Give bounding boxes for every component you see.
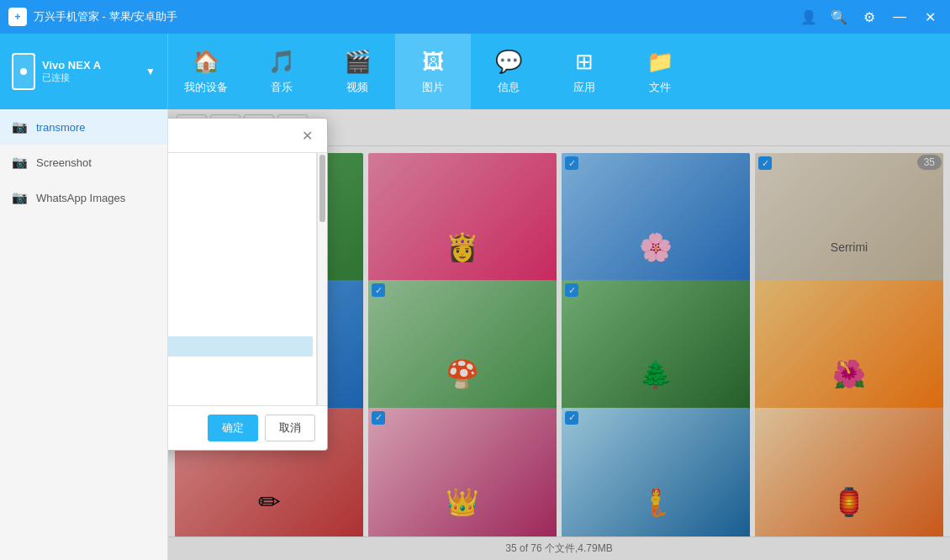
content-area: ⊞ ↑ 🗑 ↻ 35 🌳 👸 ✓ 🌸 ✓ Serrimi: [168, 109, 950, 560]
nav-item-music[interactable]: 🎵 音乐: [244, 34, 319, 109]
tree-item-pc[interactable]: ▼ 💻 此电脑: [168, 178, 313, 198]
nav-item-video[interactable]: 🎬 视频: [319, 34, 395, 109]
photos-icon: 🖼: [422, 49, 444, 75]
settings-button[interactable]: ⚙: [858, 5, 881, 29]
screenshot-icon: 📷: [12, 155, 28, 170]
music-icon: 🎵: [268, 49, 295, 75]
tree-item-icloud[interactable]: ▶ 📁 iCloud 照片: [168, 296, 313, 316]
device-selector[interactable]: Vivo NEX A 已连接 ▼: [0, 34, 168, 109]
dialog-body: ▶ 👤 ws ▼ 💻 此电脑 ▶ 📦: [168, 153, 327, 405]
sidebar-item-whatsapp[interactable]: 📷 WhatsApp Images: [0, 180, 167, 215]
sidebar-item-whatsapp-label: WhatsApp Images: [36, 192, 125, 204]
nav-item-apps[interactable]: ⊞ 应用: [546, 34, 622, 109]
cancel-button[interactable]: 取消: [265, 415, 315, 441]
dialog-overlay: 浏览文件夹 ✕ ▶ 👤 ws ▼ 💻: [168, 109, 950, 560]
scrollbar-track[interactable]: [317, 153, 327, 405]
device-dropdown-arrow[interactable]: ▼: [145, 66, 156, 77]
browse-folder-dialog: 浏览文件夹 ✕ ▶ 👤 ws ▼ 💻: [168, 118, 328, 451]
tree-item-pics-sub[interactable]: ▶ 📁 图片: [168, 316, 313, 336]
tree-item-video[interactable]: ▶ 🎬 视频: [168, 256, 313, 276]
scrollbar-thumb[interactable]: [319, 155, 325, 222]
tree-item-docs[interactable]: ▶ 📄 文档: [168, 357, 313, 377]
main-layout: 📷 transmore 📷 Screenshot 📷 WhatsApp Imag…: [0, 109, 950, 560]
nav-item-my-device[interactable]: 🏠 我的设备: [168, 34, 244, 109]
sidebar-item-transmore-label: transmore: [36, 121, 86, 134]
search-button[interactable]: 🔍: [827, 5, 851, 29]
nav-item-files[interactable]: 📁 文件: [622, 34, 698, 109]
sidebar-item-screenshot-label: Screenshot: [36, 156, 92, 169]
tree-item-downloads[interactable]: ▶ ⬇ 下载: [168, 377, 313, 397]
nav-bar: Vivo NEX A 已连接 ▼ 🏠 我的设备 🎵 音乐 🎬 视频 🖼 图片 💬…: [0, 34, 950, 109]
minimize-button[interactable]: —: [888, 5, 911, 29]
my-device-icon: 🏠: [193, 49, 219, 75]
transmore-icon: 📷: [12, 119, 28, 135]
tree-item-music[interactable]: ▶ 🎵 音乐: [168, 397, 313, 405]
app-logo: +: [8, 8, 27, 26]
sidebar: 📷 transmore 📷 Screenshot 📷 WhatsApp Imag…: [0, 109, 168, 560]
tree-item-3d[interactable]: ▶ 📦 3D 对象: [168, 198, 313, 219]
messages-icon: 💬: [495, 49, 522, 75]
tree-item-album[interactable]: ▶ 📁 相册: [168, 336, 313, 357]
tree-item-pictures[interactable]: ▼ 🖼 图片: [168, 276, 313, 296]
nav-item-music-label: 音乐: [271, 80, 293, 95]
device-info: Vivo NEX A 已连接: [42, 59, 139, 84]
dialog-footer: 新建文件夹(M) 确定 取消: [168, 405, 327, 450]
device-status: 已连接: [42, 71, 139, 84]
tree-item-ws[interactable]: ▶ 👤 ws: [168, 160, 313, 178]
nav-item-files-label: 文件: [649, 80, 671, 95]
tree-item-iphone[interactable]: ▶ 📱 iPhone8 Plus: [168, 219, 313, 237]
nav-item-messages-label: 信息: [498, 80, 520, 95]
title-bar: + 万兴手机管家 - 苹果/安卓助手 👤 🔍 ⚙ — ✕: [0, 0, 950, 34]
video-icon: 🎬: [344, 49, 371, 75]
nav-item-photos-label: 图片: [422, 80, 444, 95]
dialog-close-button[interactable]: ✕: [298, 127, 315, 144]
nav-item-video-label: 视频: [346, 80, 368, 95]
nav-item-my-device-label: 我的设备: [184, 80, 228, 95]
user-button[interactable]: 👤: [797, 5, 821, 29]
sidebar-item-screenshot[interactable]: 📷 Screenshot: [0, 145, 167, 180]
nav-item-apps-label: 应用: [573, 80, 595, 95]
app-title: 万兴手机管家 - 苹果/安卓助手: [34, 9, 797, 24]
dialog-header: 浏览文件夹 ✕: [168, 119, 327, 153]
tree-panel: ▶ 👤 ws ▼ 💻 此电脑 ▶ 📦: [168, 153, 317, 405]
whatsapp-icon: 📷: [12, 190, 28, 205]
nav-items: 🏠 我的设备 🎵 音乐 🎬 视频 🖼 图片 💬 信息 ⊞ 应用 📁 文件: [168, 34, 950, 109]
nav-item-messages[interactable]: 💬 信息: [471, 34, 546, 109]
window-controls: 👤 🔍 ⚙ — ✕: [797, 5, 942, 29]
device-icon: [12, 53, 35, 90]
sidebar-item-transmore[interactable]: 📷 transmore: [0, 109, 167, 145]
nav-item-photos[interactable]: 🖼 图片: [395, 34, 471, 109]
confirm-button[interactable]: 确定: [208, 415, 258, 441]
tree-item-vivo[interactable]: ▶ 📱 vivo NEX A: [168, 237, 313, 256]
apps-icon: ⊞: [575, 49, 594, 75]
close-button[interactable]: ✕: [918, 5, 942, 29]
device-name: Vivo NEX A: [42, 59, 139, 71]
files-icon: 📁: [647, 49, 673, 75]
